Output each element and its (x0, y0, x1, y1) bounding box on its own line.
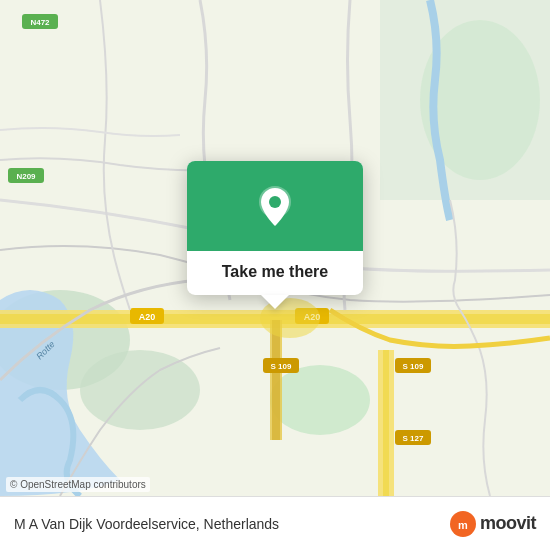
svg-text:A20: A20 (139, 312, 156, 322)
svg-text:S 109: S 109 (403, 362, 424, 371)
main-container: A20 A20 S 109 S 109 S 127 N472 (0, 0, 550, 550)
svg-point-29 (269, 196, 281, 208)
take-me-there-button[interactable]: Take me there (222, 263, 328, 280)
svg-rect-15 (272, 320, 280, 440)
popup-button-area[interactable]: Take me there (187, 251, 363, 295)
svg-rect-13 (383, 350, 389, 496)
svg-text:S 109: S 109 (271, 362, 292, 371)
svg-point-2 (80, 350, 200, 430)
map-attribution: © OpenStreetMap contributors (6, 477, 150, 492)
popup-arrow (261, 295, 289, 309)
svg-text:N209: N209 (16, 172, 36, 181)
svg-point-3 (270, 365, 370, 435)
location-pin-icon (253, 184, 297, 228)
svg-text:S 127: S 127 (403, 434, 424, 443)
svg-text:N472: N472 (30, 18, 50, 27)
moovit-logo: m moovit (449, 510, 536, 538)
popup-card: Take me there (187, 161, 363, 295)
svg-text:m: m (458, 519, 468, 531)
map-area[interactable]: A20 A20 S 109 S 109 S 127 N472 (0, 0, 550, 496)
location-label: M A Van Dijk Voordeelservice, Netherland… (14, 516, 279, 532)
moovit-logo-text: moovit (480, 513, 536, 534)
moovit-logo-icon: m (449, 510, 477, 538)
popup-header (187, 161, 363, 251)
bottom-bar: M A Van Dijk Voordeelservice, Netherland… (0, 496, 550, 550)
